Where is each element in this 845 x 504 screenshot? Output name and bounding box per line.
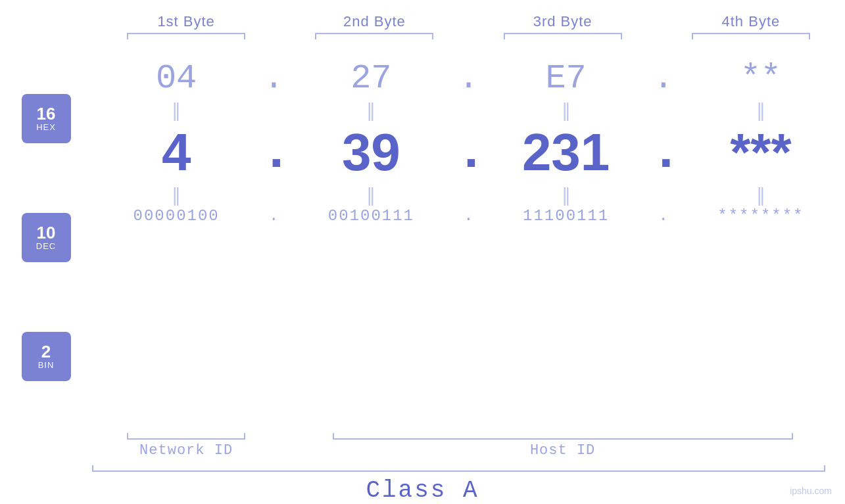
- host-bracket-bottom: [280, 433, 845, 440]
- bracket-top-3: [469, 33, 657, 39]
- dec-cell-1: 4: [92, 122, 260, 183]
- bin-number: 2: [41, 343, 51, 360]
- watermark: ipshu.com: [790, 486, 832, 496]
- dec-dot-1: .: [260, 123, 287, 183]
- byte-header-1: 1st Byte: [92, 13, 280, 30]
- dec-value-1: 4: [162, 123, 191, 181]
- eq-cell-2: ‖: [287, 99, 455, 121]
- bracket-line-top-1: [127, 33, 245, 39]
- bracket-top-2: [280, 33, 468, 39]
- byte-header-2: 2nd Byte: [280, 13, 468, 30]
- bin-dot-2: .: [456, 207, 482, 225]
- equals-row-2: ‖ ‖ ‖ ‖: [92, 184, 845, 206]
- bin-value-1: 00000100: [133, 207, 220, 225]
- bracket-line-top-3: [504, 33, 622, 39]
- bin-badge: 2 BIN: [22, 332, 71, 381]
- network-id-label: Network ID: [92, 442, 280, 459]
- dec-value-2: 39: [342, 123, 400, 181]
- hex-label: HEX: [36, 122, 56, 132]
- hex-value-2: 27: [350, 59, 391, 98]
- dec-dot-2: .: [456, 123, 482, 183]
- eq-cell-3: ‖: [482, 99, 650, 121]
- bin-value-3: 11100111: [523, 207, 609, 225]
- bin-label: BIN: [38, 360, 55, 370]
- eq-cell-8: ‖: [677, 184, 845, 206]
- hex-cell-3: E7: [482, 59, 650, 98]
- eq-cell-5: ‖: [92, 184, 260, 206]
- bin-value-4: ********: [717, 207, 804, 225]
- host-id-label: Host ID: [280, 442, 845, 459]
- hex-value-4: **: [740, 59, 781, 98]
- main-container: 1st Byte 2nd Byte 3rd Byte 4th Byte 16 H…: [0, 0, 845, 504]
- eq-cell-6: ‖: [287, 184, 455, 206]
- class-label: Class A: [366, 477, 479, 504]
- dec-cell-4: ***: [677, 122, 845, 183]
- hex-dot-2: .: [456, 59, 482, 98]
- dec-value-3: 231: [522, 123, 610, 181]
- bin-cell-3: 11100111: [482, 207, 650, 225]
- bin-row: 00000100 . 00100111 . 11100111 .: [92, 207, 845, 225]
- bin-cell-1: 00000100: [92, 207, 260, 225]
- host-bracket-line: [333, 433, 793, 440]
- eq-cell-7: ‖: [482, 184, 650, 206]
- network-bracket-bottom: [92, 433, 280, 440]
- top-brackets: [0, 33, 845, 39]
- eq-cell-4: ‖: [677, 99, 845, 121]
- dec-row: 4 . 39 . 231 . ***: [92, 122, 845, 183]
- bracket-line-top-4: [692, 33, 810, 39]
- byte-headers: 1st Byte 2nd Byte 3rd Byte 4th Byte: [0, 13, 845, 30]
- bin-dot-3: .: [650, 207, 677, 225]
- hex-dot-1: .: [260, 59, 287, 98]
- equals-row-1: ‖ ‖ ‖ ‖: [92, 99, 845, 121]
- eq-cell-1: ‖: [92, 99, 260, 121]
- bin-cell-4: ********: [677, 207, 845, 225]
- hex-cell-1: 04: [92, 59, 260, 98]
- dec-cell-2: 39: [287, 122, 455, 183]
- id-labels: Network ID Host ID: [0, 442, 845, 459]
- class-label-row: Class A: [0, 477, 845, 504]
- hex-row: 04 . 27 . E7 . **: [92, 59, 845, 98]
- bin-value-2: 00100111: [328, 207, 414, 225]
- bracket-top-1: [92, 33, 280, 39]
- hex-value-1: 04: [156, 59, 197, 98]
- bottom-brackets: [0, 433, 845, 440]
- dec-cell-3: 231: [482, 122, 650, 183]
- bin-dot-1: .: [260, 207, 287, 225]
- network-bracket-line: [127, 433, 245, 440]
- bin-cell-2: 00100111: [287, 207, 455, 225]
- hex-cell-4: **: [677, 59, 845, 98]
- hex-value-3: E7: [545, 59, 586, 98]
- data-columns: 04 . 27 . E7 . **: [92, 46, 845, 429]
- dec-value-4: ***: [730, 123, 791, 181]
- class-bracket-wrap: [0, 465, 845, 472]
- labels-column: 16 HEX 10 DEC 2 BIN: [0, 46, 92, 429]
- byte-header-4: 4th Byte: [657, 13, 845, 30]
- hex-number: 16: [37, 105, 56, 122]
- dec-number: 10: [37, 224, 56, 241]
- content-area: 16 HEX 10 DEC 2 BIN 04 .: [0, 46, 845, 429]
- bracket-top-4: [657, 33, 845, 39]
- dec-label: DEC: [36, 241, 56, 251]
- hex-dot-3: .: [650, 59, 677, 98]
- class-bracket-line: [92, 465, 825, 472]
- dec-badge: 10 DEC: [22, 213, 71, 262]
- byte-header-3: 3rd Byte: [469, 13, 657, 30]
- hex-cell-2: 27: [287, 59, 455, 98]
- bracket-line-top-2: [315, 33, 433, 39]
- dec-dot-3: .: [650, 123, 677, 183]
- hex-badge: 16 HEX: [22, 94, 71, 143]
